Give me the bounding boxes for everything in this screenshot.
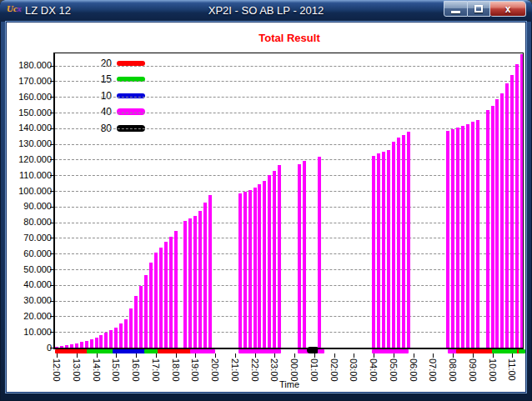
bar-04:30 [382, 152, 385, 349]
maximize-button[interactable] [468, 1, 490, 17]
chart-title: Total Result [55, 32, 524, 44]
x-tick-label: 03:00 [348, 358, 359, 382]
x-tick-label: 21:00 [229, 358, 240, 382]
x-tick-label: 13:00 [71, 358, 82, 382]
x-tick-label: 20:00 [209, 358, 220, 382]
bar-08:15 [456, 128, 459, 349]
bar-04:45 [387, 150, 390, 349]
bar-00:30 [303, 161, 306, 349]
y-tick-label: 40.000 [10, 279, 52, 290]
bar-17:00 [154, 253, 158, 349]
band-strip-15m [87, 349, 117, 353]
x-tick-label: 14:00 [91, 358, 102, 382]
band-strip-20m [55, 349, 90, 353]
plot-right-border [523, 53, 524, 349]
bar-05:00 [392, 142, 395, 349]
bar-19:30 [203, 203, 207, 349]
legend-entry-10: 10 [87, 90, 145, 102]
x-tick-label: 19:00 [189, 358, 200, 382]
gridline [55, 81, 524, 82]
y-tick-label: 160.000 [10, 92, 52, 103]
close-icon: x [505, 3, 511, 15]
x-tick-mark [77, 353, 78, 358]
bar-00:15 [298, 164, 301, 349]
band-strip-15m [519, 349, 525, 353]
y-tick-label: 150.000 [10, 108, 52, 118]
application-window: Ucx LZ DX 12 XP2I - SO AB LP - 2012 x To… [0, 0, 532, 401]
x-tick-label: 18:00 [170, 358, 181, 382]
x-tick-mark [136, 353, 137, 358]
x-tick-label: 15:00 [110, 358, 121, 382]
y-tick-label: 90.000 [10, 201, 52, 212]
bar-05:15 [397, 138, 400, 349]
x-tick-mark [314, 353, 315, 358]
maximize-icon [474, 5, 483, 13]
y-tick-label: 100.000 [10, 186, 52, 197]
band-strip-10m [113, 349, 148, 353]
bar-17:15 [159, 248, 163, 349]
y-tick-label: 20.000 [10, 311, 52, 322]
close-button[interactable]: x [490, 1, 526, 17]
band-strip-40m [190, 349, 215, 353]
bar-18:45 [188, 218, 192, 349]
bar-16:00 [134, 296, 138, 349]
x-tick-mark [473, 353, 474, 358]
bar-10:30 [500, 93, 504, 349]
bar-08:45 [466, 124, 469, 349]
x-tick-label: 08:00 [447, 358, 458, 382]
x-tick-mark [493, 353, 494, 358]
y-tick-label: 130.000 [10, 138, 52, 149]
bar-10:45 [505, 83, 509, 349]
bar-21:30 [243, 192, 247, 349]
x-tick-mark [57, 353, 58, 358]
minimize-icon [451, 11, 460, 13]
bar-08:00 [451, 129, 454, 349]
plot-top-border [53, 53, 524, 53]
bar-04:00 [372, 156, 375, 349]
minimize-button[interactable] [444, 1, 468, 17]
bar-17:30 [164, 242, 168, 349]
x-tick-mark [215, 353, 216, 358]
x-tick-label: 01:00 [309, 358, 319, 382]
legend-label: 15 [87, 73, 117, 85]
y-tick-label: 120.000 [10, 154, 52, 165]
y-tick-label: 0 [10, 343, 52, 353]
bar-22:00 [253, 188, 257, 349]
bar-18:30 [183, 221, 187, 349]
x-tick-mark [334, 353, 335, 358]
y-tick-label: 110.000 [10, 170, 52, 181]
x-tick-label: 16:00 [130, 358, 141, 382]
bar-09:15 [476, 120, 479, 349]
y-tick-label: 70.000 [10, 233, 52, 243]
y-tick-label: 60.000 [10, 248, 52, 259]
x-tick-mark [374, 353, 374, 358]
x-tick-mark [354, 353, 354, 358]
bar-21:15 [238, 193, 242, 349]
legend-entry-15: 15 [87, 73, 145, 85]
titlebar[interactable]: Ucx LZ DX 12 XP2I - SO AB LP - 2012 x [0, 0, 532, 22]
legend-entry-20: 20 [87, 58, 145, 69]
bar-09:00 [471, 122, 474, 349]
bar-15:15 [119, 323, 123, 349]
y-tick-label: 180.000 [10, 60, 52, 71]
x-tick-mark [394, 353, 394, 358]
bar-16:15 [139, 286, 143, 349]
bar-01:15 [318, 157, 321, 349]
y-tick-label: 170.000 [10, 76, 52, 87]
x-tick-label: 06:00 [408, 358, 419, 382]
bar-05:45 [407, 132, 410, 349]
bar-22:15 [258, 184, 261, 349]
bar-16:45 [149, 263, 153, 349]
gridline [55, 97, 524, 98]
legend-label: 10 [87, 90, 117, 102]
x-tick-label: 10:00 [487, 358, 498, 382]
x-tick-mark [97, 353, 98, 358]
bar-11:00 [510, 75, 514, 349]
x-tick-label: 23:00 [269, 358, 279, 382]
y-axis-line [53, 53, 55, 349]
total-result-chart: Total Result 2015104080 Time 010.00020.0… [7, 23, 525, 392]
bar-22:45 [268, 175, 271, 349]
gridline [55, 66, 524, 67]
bar-18:00 [174, 231, 178, 349]
band-strip-40m [372, 349, 409, 353]
